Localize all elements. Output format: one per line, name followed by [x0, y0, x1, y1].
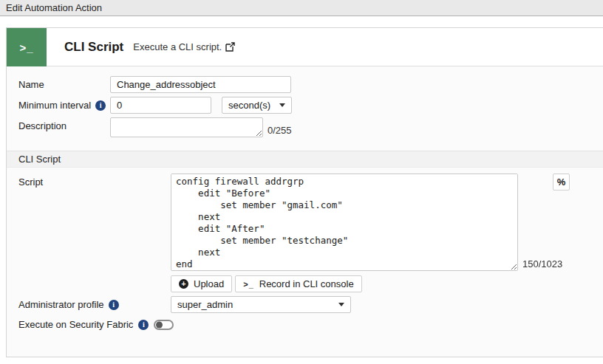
interval-unit-select[interactable]: second(s): [222, 97, 292, 114]
script-actions-row: + Upload >_ Record in CLI console: [171, 275, 591, 292]
card-subtitle: Execute a CLI script.: [133, 41, 222, 52]
name-row: Name: [18, 76, 591, 93]
record-in-cli-console-button[interactable]: >_ Record in CLI console: [235, 275, 361, 292]
info-icon[interactable]: i: [138, 320, 149, 330]
script-textarea[interactable]: config firewall addrgrp edit "Before" se…: [171, 174, 518, 271]
page-header-bar: Edit Automation Action: [0, 0, 603, 16]
minimum-interval-label: Minimum interval i: [18, 97, 110, 111]
administrator-profile-row: Administrator profile i super_admin: [18, 296, 591, 313]
name-label: Name: [18, 76, 110, 90]
plus-circle-icon: +: [179, 279, 188, 289]
upload-button[interactable]: + Upload: [171, 275, 232, 292]
info-icon[interactable]: i: [109, 300, 119, 310]
info-icon[interactable]: i: [95, 100, 106, 111]
execute-on-security-fabric-label: Execute on Security Fabric: [18, 319, 133, 330]
page-title: Edit Automation Action: [6, 2, 102, 13]
description-label: Description: [18, 117, 110, 131]
terminal-prompt-icon: >_: [243, 280, 254, 289]
external-link-icon[interactable]: [225, 42, 235, 52]
terminal-icon: >_: [7, 28, 47, 66]
general-settings-block: Name Minimum interval i second(s) Descri…: [7, 66, 603, 151]
description-row: Description 0/255: [18, 117, 591, 137]
script-row: Script config firewall addrgrp edit "Bef…: [18, 174, 591, 271]
automation-action-card: >_ CLI Script Execute a CLI script. Name: [6, 27, 603, 357]
cli-script-section-header: CLI Script: [7, 151, 603, 168]
script-label: Script: [18, 174, 171, 188]
variables-percent-button[interactable]: %: [553, 174, 570, 190]
minimum-interval-input[interactable]: [110, 97, 211, 114]
execute-on-security-fabric-row: Execute on Security Fabric i: [18, 319, 591, 330]
security-fabric-toggle[interactable]: [154, 320, 174, 330]
chevron-down-icon: [279, 103, 285, 107]
card-title: CLI Script: [64, 40, 123, 55]
description-textarea[interactable]: [110, 117, 263, 137]
script-char-counter: 150/1023: [522, 258, 562, 271]
toggle-knob: [156, 321, 163, 328]
chevron-down-icon: [338, 303, 344, 306]
name-input[interactable]: [110, 76, 291, 93]
administrator-profile-select[interactable]: super_admin: [171, 296, 351, 313]
description-char-counter: 0/255: [268, 125, 292, 137]
minimum-interval-row: Minimum interval i second(s): [18, 97, 591, 114]
cli-script-block: Script config firewall addrgrp edit "Bef…: [7, 168, 603, 357]
card-header: >_ CLI Script Execute a CLI script.: [7, 28, 603, 66]
administrator-profile-label: Administrator profile i: [18, 299, 171, 310]
